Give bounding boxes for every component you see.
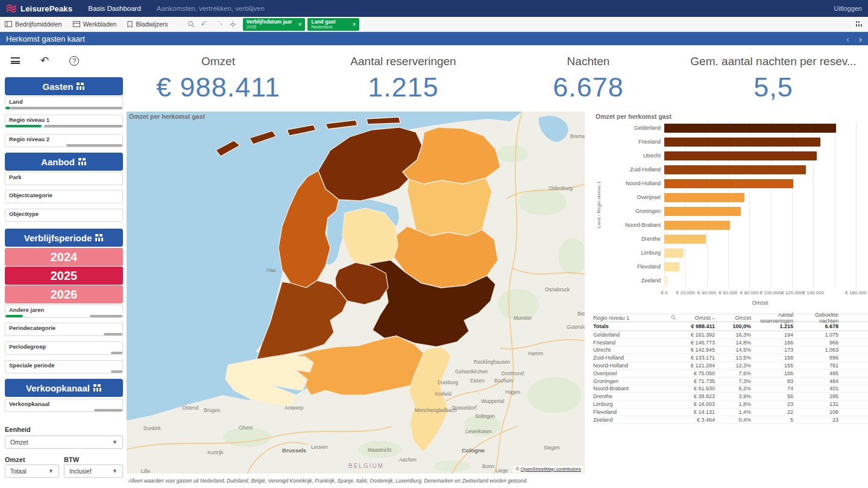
bookmarks-button[interactable]: Bladwijzers bbox=[127, 21, 168, 28]
section-button-aanbod[interactable]: Aanbod bbox=[5, 153, 123, 171]
bar-friesland[interactable] bbox=[664, 138, 820, 147]
choropleth-map[interactable]: Omzet per herkomst gast bbox=[127, 112, 585, 474]
prev-sheet-arrow-icon[interactable]: ‹ bbox=[846, 34, 849, 43]
filter-objectcategorie[interactable]: Objectcategorie bbox=[5, 190, 123, 203]
table-row[interactable]: Drenthe€ 38.8233,9%56285 bbox=[591, 393, 868, 401]
table-row[interactable]: Zeeland€ 3.4640,4%523 bbox=[591, 416, 868, 424]
column-header-omzet-pct[interactable]: Omzet bbox=[717, 315, 753, 321]
table-row[interactable]: Gelderland€ 161.39216,3%1941.075 bbox=[591, 331, 868, 339]
table-row[interactable]: Flevoland€ 14.1311,4%22108 bbox=[591, 408, 868, 416]
filter-periodegroep[interactable]: Periodegroep bbox=[5, 341, 123, 355]
section-button-gasten[interactable]: Gasten bbox=[5, 77, 123, 95]
nav-item-basis-dashboard[interactable]: Basis Dashboard bbox=[88, 5, 141, 12]
filter-regio-niveau-1[interactable]: Regio niveau 1 bbox=[5, 115, 123, 128]
bar-noord-holland[interactable] bbox=[664, 179, 793, 188]
city-label: Hamm bbox=[528, 350, 543, 356]
next-sheet-arrow-icon[interactable]: › bbox=[859, 34, 862, 43]
filter-regio-niveau-2[interactable]: Regio niveau 2 bbox=[5, 134, 123, 147]
filter-andere-jaren[interactable]: Andere jaren bbox=[5, 305, 123, 318]
table-row[interactable]: Zuid-Holland€ 133.17113,5%158896 bbox=[591, 354, 868, 362]
filter-label: Land bbox=[9, 98, 119, 105]
year-button-2025[interactable]: 2025 bbox=[5, 267, 123, 285]
table-cell: 22 bbox=[753, 409, 796, 415]
selection-chip-verblijfsdatum[interactable]: Verblijfsdatum jaar 2025 × bbox=[243, 18, 306, 31]
column-header-regio[interactable]: Regio niveau 1 bbox=[591, 315, 681, 322]
filter-park[interactable]: Park bbox=[5, 172, 123, 185]
table-row[interactable]: Overijssel€ 75.0507,6%106485 bbox=[591, 370, 868, 378]
year-button-2024[interactable]: 2024 bbox=[5, 248, 123, 266]
table-cell: € 38.823 bbox=[681, 393, 717, 399]
undo-icon[interactable]: ↶ bbox=[40, 54, 49, 67]
kpi-label: Omzet bbox=[128, 55, 309, 68]
column-header-omzet[interactable]: Omzet▼ bbox=[681, 315, 717, 321]
assets-panel-button[interactable]: Bedrijfsmiddelen bbox=[5, 21, 62, 28]
bar-category-label: Noord-Holland bbox=[591, 180, 661, 186]
selection-chip-land-gast[interactable]: Land gast Nederland × bbox=[307, 18, 359, 31]
bar-gelderland[interactable] bbox=[664, 124, 836, 133]
close-icon[interactable]: × bbox=[353, 21, 356, 28]
table-cell: 5 bbox=[753, 417, 796, 423]
city-label: Ghent bbox=[239, 425, 253, 431]
filter-land[interactable]: Land bbox=[5, 97, 123, 110]
filter-periodecategorie[interactable]: Periodecategorie bbox=[5, 323, 123, 336]
city-label: Bremen bbox=[570, 133, 585, 139]
gridline bbox=[835, 121, 835, 288]
city-label: Gelsenkirchen bbox=[455, 369, 488, 375]
bar-utrecht[interactable] bbox=[664, 151, 817, 160]
btw-label: BTW bbox=[64, 456, 79, 463]
nav-item-aankomsten[interactable]: Aankomsten, vertrekken, verblijven bbox=[157, 5, 265, 12]
bar-drenthe[interactable] bbox=[664, 235, 706, 244]
city-label: Monchengladbach bbox=[415, 407, 456, 413]
map-attribution[interactable]: © OpenStreetMap contributors bbox=[513, 466, 583, 472]
help-icon[interactable]: ? bbox=[69, 56, 79, 66]
omzet-select[interactable]: Totaal ▼ bbox=[5, 464, 59, 478]
search-icon[interactable] bbox=[671, 315, 676, 322]
table-cell: € 121.294 bbox=[681, 363, 717, 369]
bar-groningen[interactable] bbox=[664, 207, 741, 216]
alternative-segment bbox=[66, 144, 122, 147]
table-row[interactable]: Utrecht€ 142.94514,5%1731.063 bbox=[591, 347, 868, 355]
filter-speciale-periode[interactable]: Speciale periode bbox=[5, 360, 123, 373]
kpi-label: Nachten bbox=[498, 55, 679, 68]
bar-zuid-holland[interactable] bbox=[664, 165, 806, 174]
selections-tool-icon[interactable] bbox=[229, 21, 237, 28]
table-cell: 16,3% bbox=[717, 332, 753, 338]
section-button-verblijfsperiode[interactable]: Verblijfsperiode bbox=[5, 229, 123, 247]
filter-objecttype[interactable]: Objecttype bbox=[5, 209, 123, 222]
table-cell: Friesland bbox=[591, 340, 681, 346]
column-header-aantal-reserveringen[interactable]: Aantal reserveringen bbox=[753, 312, 796, 324]
tick-label: € 20.000 bbox=[676, 290, 695, 296]
bar-noord-brabant[interactable] bbox=[664, 221, 730, 230]
year-button-2026[interactable]: 2026 bbox=[5, 285, 123, 303]
map-canvas bbox=[127, 112, 585, 474]
table-header-row[interactable]: Regio niveau 1 Omzet▼ Omzet Aantal reser… bbox=[591, 314, 868, 322]
sheets-button[interactable]: Werkbladen bbox=[73, 21, 117, 28]
column-header-geboekte-nachten[interactable]: Geboekte nachten bbox=[796, 312, 841, 324]
smart-search-icon[interactable] bbox=[187, 21, 195, 28]
bar-zeeland[interactable] bbox=[664, 276, 668, 285]
sheets-icon bbox=[73, 21, 80, 27]
table-row[interactable]: Noord-Brabant€ 61.6306,2%74401 bbox=[591, 385, 868, 393]
table-row[interactable]: Noord-Holland€ 121.29412,3%155761 bbox=[591, 362, 868, 370]
city-label: Bonn bbox=[482, 463, 494, 469]
table-cell: € 133.171 bbox=[681, 355, 717, 361]
eenheid-select[interactable]: Omzet ▼ bbox=[5, 436, 123, 449]
chevron-down-icon: ▼ bbox=[48, 468, 54, 474]
step-back-icon[interactable] bbox=[201, 21, 209, 28]
close-icon[interactable]: × bbox=[298, 21, 302, 28]
table-row[interactable]: Groningen€ 71.7357,3%83484 bbox=[591, 378, 868, 385]
btw-select[interactable]: Inclusief ▼ bbox=[64, 464, 123, 478]
province-drenthe[interactable] bbox=[407, 178, 492, 236]
bar-flevoland[interactable] bbox=[664, 262, 679, 271]
section-button-verkoopkanaal[interactable]: Verkoopkanaal bbox=[5, 379, 123, 397]
logout-link[interactable]: Uitloggen bbox=[834, 5, 862, 12]
table-cell: Zuid-Holland bbox=[591, 355, 681, 361]
step-forward-icon[interactable] bbox=[215, 21, 223, 28]
bar-limburg[interactable] bbox=[664, 249, 684, 258]
filter-verkoopkanaal[interactable]: Verkoopkanaal bbox=[5, 399, 123, 412]
bar-overijssel[interactable] bbox=[664, 193, 744, 202]
table-row[interactable]: Limburg€ 18.0031,8%23131 bbox=[591, 401, 868, 408]
menu-icon[interactable] bbox=[11, 57, 20, 64]
sheet-grid-icon[interactable] bbox=[855, 19, 863, 30]
table-row[interactable]: Friesland€ 146.77314,8%166966 bbox=[591, 339, 868, 347]
